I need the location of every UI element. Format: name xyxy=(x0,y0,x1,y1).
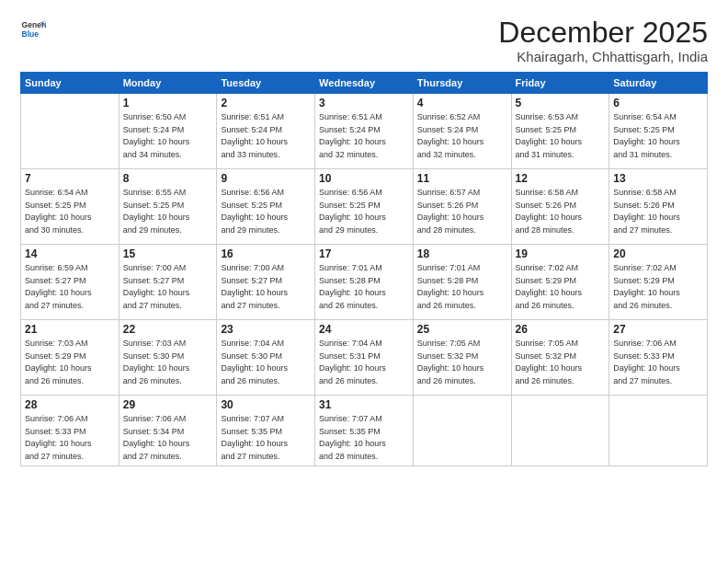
day-info: Sunrise: 6:55 AM Sunset: 5:25 PM Dayligh… xyxy=(123,187,213,236)
weekday-header-cell: Tuesday xyxy=(217,73,315,94)
day-info: Sunrise: 6:57 AM Sunset: 5:26 PM Dayligh… xyxy=(417,187,507,236)
day-number: 23 xyxy=(221,323,311,336)
calendar-day-cell: 6Sunrise: 6:54 AM Sunset: 5:25 PM Daylig… xyxy=(609,94,708,169)
page-header: General Blue December 2025 Khairagarh, C… xyxy=(20,17,708,64)
day-info: Sunrise: 6:58 AM Sunset: 5:26 PM Dayligh… xyxy=(516,187,606,236)
calendar-day-cell: 29Sunrise: 7:06 AM Sunset: 5:34 PM Dayli… xyxy=(119,396,217,466)
calendar-week-row: 7Sunrise: 6:54 AM Sunset: 5:25 PM Daylig… xyxy=(21,169,708,245)
day-number: 7 xyxy=(25,172,115,185)
day-info: Sunrise: 7:01 AM Sunset: 5:28 PM Dayligh… xyxy=(319,262,409,312)
day-number: 28 xyxy=(25,398,115,411)
calendar-day-cell: 30Sunrise: 7:07 AM Sunset: 5:35 PM Dayli… xyxy=(217,396,315,466)
logo: General Blue xyxy=(20,17,46,42)
day-info: Sunrise: 6:58 AM Sunset: 5:26 PM Dayligh… xyxy=(613,187,703,236)
day-info: Sunrise: 7:00 AM Sunset: 5:27 PM Dayligh… xyxy=(221,262,311,312)
calendar-day-cell: 7Sunrise: 6:54 AM Sunset: 5:25 PM Daylig… xyxy=(21,169,119,245)
day-number: 30 xyxy=(221,398,311,411)
calendar-day-cell: 2Sunrise: 6:51 AM Sunset: 5:24 PM Daylig… xyxy=(217,94,315,169)
calendar-day-cell: 4Sunrise: 6:52 AM Sunset: 5:24 PM Daylig… xyxy=(413,94,511,169)
day-number: 11 xyxy=(417,172,507,185)
day-info: Sunrise: 6:56 AM Sunset: 5:25 PM Dayligh… xyxy=(319,187,409,236)
calendar-day-cell xyxy=(511,396,609,466)
calendar-day-cell: 25Sunrise: 7:05 AM Sunset: 5:32 PM Dayli… xyxy=(413,320,511,396)
weekday-header-cell: Saturday xyxy=(609,73,708,94)
svg-text:General: General xyxy=(22,20,46,29)
calendar-day-cell: 23Sunrise: 7:04 AM Sunset: 5:30 PM Dayli… xyxy=(217,320,315,396)
day-info: Sunrise: 6:53 AM Sunset: 5:25 PM Dayligh… xyxy=(516,111,606,161)
day-info: Sunrise: 6:54 AM Sunset: 5:25 PM Dayligh… xyxy=(613,111,703,161)
day-number: 6 xyxy=(613,97,703,109)
calendar-day-cell: 20Sunrise: 7:02 AM Sunset: 5:29 PM Dayli… xyxy=(609,245,708,320)
calendar-day-cell xyxy=(413,396,511,466)
weekday-header-cell: Sunday xyxy=(21,73,119,94)
day-number: 19 xyxy=(516,247,606,260)
day-number: 1 xyxy=(123,97,213,109)
day-number: 15 xyxy=(123,247,213,260)
day-number: 29 xyxy=(123,398,213,411)
day-number: 27 xyxy=(613,323,703,336)
day-number: 16 xyxy=(221,247,311,260)
day-number: 13 xyxy=(613,172,703,185)
month-title: December 2025 xyxy=(498,17,708,49)
day-info: Sunrise: 6:54 AM Sunset: 5:25 PM Dayligh… xyxy=(25,187,115,236)
day-info: Sunrise: 7:03 AM Sunset: 5:29 PM Dayligh… xyxy=(25,338,115,387)
day-number: 22 xyxy=(123,323,213,336)
calendar-day-cell: 21Sunrise: 7:03 AM Sunset: 5:29 PM Dayli… xyxy=(21,320,119,396)
calendar-week-row: 1Sunrise: 6:50 AM Sunset: 5:24 PM Daylig… xyxy=(21,94,708,169)
day-info: Sunrise: 7:02 AM Sunset: 5:29 PM Dayligh… xyxy=(516,262,606,312)
day-info: Sunrise: 6:51 AM Sunset: 5:24 PM Dayligh… xyxy=(319,111,409,161)
day-info: Sunrise: 7:06 AM Sunset: 5:34 PM Dayligh… xyxy=(123,413,213,463)
day-number: 14 xyxy=(25,247,115,260)
calendar-day-cell: 15Sunrise: 7:00 AM Sunset: 5:27 PM Dayli… xyxy=(119,245,217,320)
day-info: Sunrise: 7:00 AM Sunset: 5:27 PM Dayligh… xyxy=(123,262,213,312)
calendar-day-cell xyxy=(21,94,119,169)
calendar-table: SundayMondayTuesdayWednesdayThursdayFrid… xyxy=(20,72,708,466)
day-number: 20 xyxy=(613,247,703,260)
day-number: 3 xyxy=(319,97,409,109)
calendar-day-cell: 13Sunrise: 6:58 AM Sunset: 5:26 PM Dayli… xyxy=(609,169,708,245)
calendar-week-row: 28Sunrise: 7:06 AM Sunset: 5:33 PM Dayli… xyxy=(21,396,708,466)
calendar-day-cell: 16Sunrise: 7:00 AM Sunset: 5:27 PM Dayli… xyxy=(217,245,315,320)
calendar-day-cell: 19Sunrise: 7:02 AM Sunset: 5:29 PM Dayli… xyxy=(511,245,609,320)
day-info: Sunrise: 6:52 AM Sunset: 5:24 PM Dayligh… xyxy=(417,111,507,161)
weekday-header-cell: Thursday xyxy=(413,73,511,94)
day-number: 26 xyxy=(516,323,606,336)
day-info: Sunrise: 7:06 AM Sunset: 5:33 PM Dayligh… xyxy=(25,413,115,463)
calendar-day-cell: 8Sunrise: 6:55 AM Sunset: 5:25 PM Daylig… xyxy=(119,169,217,245)
weekday-header-cell: Friday xyxy=(511,73,609,94)
day-number: 12 xyxy=(516,172,606,185)
calendar-day-cell: 17Sunrise: 7:01 AM Sunset: 5:28 PM Dayli… xyxy=(315,245,414,320)
day-number: 5 xyxy=(516,97,606,109)
calendar-day-cell: 28Sunrise: 7:06 AM Sunset: 5:33 PM Dayli… xyxy=(21,396,119,466)
day-number: 24 xyxy=(319,323,409,336)
day-info: Sunrise: 7:03 AM Sunset: 5:30 PM Dayligh… xyxy=(123,338,213,387)
logo-icon: General Blue xyxy=(20,17,46,42)
day-info: Sunrise: 7:02 AM Sunset: 5:29 PM Dayligh… xyxy=(613,262,703,312)
calendar-day-cell: 27Sunrise: 7:06 AM Sunset: 5:33 PM Dayli… xyxy=(609,320,708,396)
calendar-body: 1Sunrise: 6:50 AM Sunset: 5:24 PM Daylig… xyxy=(21,94,708,466)
day-info: Sunrise: 7:05 AM Sunset: 5:32 PM Dayligh… xyxy=(417,338,507,387)
day-number: 4 xyxy=(417,97,507,109)
svg-text:Blue: Blue xyxy=(22,29,40,39)
calendar-day-cell: 1Sunrise: 6:50 AM Sunset: 5:24 PM Daylig… xyxy=(119,94,217,169)
weekday-header-row: SundayMondayTuesdayWednesdayThursdayFrid… xyxy=(21,73,708,94)
day-number: 31 xyxy=(319,398,409,411)
calendar-day-cell: 26Sunrise: 7:05 AM Sunset: 5:32 PM Dayli… xyxy=(511,320,609,396)
day-info: Sunrise: 7:07 AM Sunset: 5:35 PM Dayligh… xyxy=(319,413,409,463)
day-number: 18 xyxy=(417,247,507,260)
day-info: Sunrise: 6:56 AM Sunset: 5:25 PM Dayligh… xyxy=(221,187,311,236)
day-info: Sunrise: 6:59 AM Sunset: 5:27 PM Dayligh… xyxy=(25,262,115,312)
calendar-day-cell: 14Sunrise: 6:59 AM Sunset: 5:27 PM Dayli… xyxy=(21,245,119,320)
calendar-day-cell: 10Sunrise: 6:56 AM Sunset: 5:25 PM Dayli… xyxy=(315,169,414,245)
location: Khairagarh, Chhattisgarh, India xyxy=(498,49,708,64)
calendar-day-cell: 24Sunrise: 7:04 AM Sunset: 5:31 PM Dayli… xyxy=(315,320,414,396)
calendar-day-cell: 22Sunrise: 7:03 AM Sunset: 5:30 PM Dayli… xyxy=(119,320,217,396)
calendar-day-cell: 11Sunrise: 6:57 AM Sunset: 5:26 PM Dayli… xyxy=(413,169,511,245)
day-number: 25 xyxy=(417,323,507,336)
day-info: Sunrise: 6:51 AM Sunset: 5:24 PM Dayligh… xyxy=(221,111,311,161)
calendar-week-row: 21Sunrise: 7:03 AM Sunset: 5:29 PM Dayli… xyxy=(21,320,708,396)
calendar-day-cell xyxy=(609,396,708,466)
day-info: Sunrise: 7:04 AM Sunset: 5:30 PM Dayligh… xyxy=(221,338,311,387)
weekday-header-cell: Monday xyxy=(119,73,217,94)
calendar-week-row: 14Sunrise: 6:59 AM Sunset: 5:27 PM Dayli… xyxy=(21,245,708,320)
